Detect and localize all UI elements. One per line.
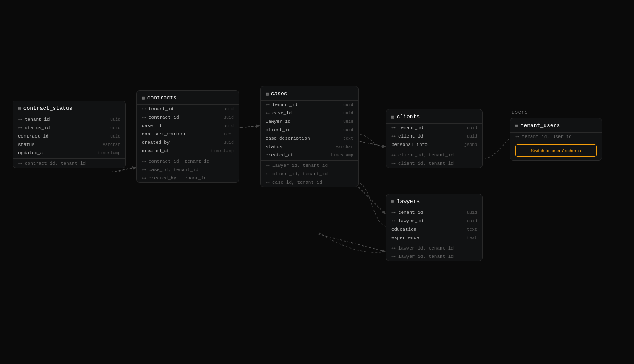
table-row: contract_id uuid: [13, 132, 125, 140]
table-row: personal_info jsonb: [386, 140, 482, 149]
table-row: created_by uuid: [137, 138, 239, 147]
table-row: ⊶ tenant_id uuid: [386, 124, 482, 132]
fk-row: ⊶ client_id, tenant_id: [261, 170, 358, 178]
users-label: users: [510, 109, 528, 115]
divider: [13, 158, 125, 159]
table-icon: ▦: [142, 95, 145, 101]
table-row: ⊶ tenant_id uuid: [261, 101, 358, 109]
fk-row: ⊶ contract_id, tenant_id: [137, 157, 239, 166]
table-row: status varchar: [261, 143, 358, 151]
table-contracts[interactable]: ▦ contracts ⊶ tenant_id uuid ⊶ contract_…: [136, 90, 239, 183]
canvas: ▦ contract_status ⊶ tenant_id uuid ⊶ sta…: [0, 0, 634, 364]
table-row: ⊶ tenant_id uuid: [13, 115, 125, 124]
svg-line-3: [356, 185, 385, 214]
table-row: ⊶ status_id uuid: [13, 124, 125, 132]
divider: [261, 160, 358, 161]
divider: [386, 243, 482, 243]
table-name: contracts: [147, 95, 177, 101]
table-row: case_id uuid: [137, 122, 239, 130]
table-clients[interactable]: ▦ clients ⊶ tenant_id uuid ⊶ client_id u…: [386, 109, 483, 168]
table-row: updated_at timestamp: [13, 149, 125, 157]
fk-row: ⊶ client_id, tenant_id: [386, 151, 482, 159]
switch-schema-button[interactable]: Switch to 'users' schema: [515, 144, 597, 157]
svg-line-4: [318, 234, 385, 252]
table-header-contract-status: ▦ contract_status: [13, 101, 125, 115]
fk-row: ⊶ client_id, tenant_id: [386, 159, 482, 168]
table-lawyers[interactable]: ▦ lawyers ⊶ tenant_id uuid ⊶ lawyer_id u…: [386, 194, 483, 261]
table-row: ⊶ case_id uuid: [261, 109, 358, 117]
table-name: clients: [397, 114, 420, 120]
table-row: education text: [386, 225, 482, 234]
table-row: client_id uuid: [261, 126, 358, 134]
table-row: created_at timestamp: [261, 151, 358, 159]
fk-row: ⊶ lawyer_id, tenant_id: [386, 244, 482, 252]
svg-line-2: [356, 140, 385, 147]
table-name: tenant_users: [521, 122, 560, 129]
fk-row: ⊶ lawyer_id, tenant_id: [261, 161, 358, 170]
fk-row: ⊶ case_id, tenant_id: [137, 166, 239, 174]
table-name: cases: [271, 91, 287, 97]
fk-row: ⊶ contract_id, tenant_id: [13, 159, 125, 168]
table-row: ⊶ lawyer_id uuid: [386, 217, 482, 225]
fk-row: ⊶ case_id, tenant_id: [261, 178, 358, 187]
table-tenant-users[interactable]: ▦ tenant_users ⊶ tenant_id, user_id Swit…: [510, 118, 602, 161]
table-header-contracts: ▦ contracts: [137, 91, 239, 105]
table-name: lawyers: [397, 198, 420, 205]
table-icon: ▦: [18, 106, 21, 111]
table-row: ⊶ contract_id uuid: [137, 113, 239, 122]
table-header-clients: ▦ clients: [386, 109, 482, 124]
table-header-cases: ▦ cases: [261, 86, 358, 101]
table-cases[interactable]: ▦ cases ⊶ tenant_id uuid ⊶ case_id uuid …: [260, 86, 359, 187]
table-header-tenant-users: ▦ tenant_users: [510, 118, 602, 133]
svg-line-1: [236, 126, 259, 128]
fk-row: ⊶ tenant_id, user_id: [510, 133, 602, 141]
table-row: ⊶ tenant_id uuid: [386, 208, 482, 217]
table-contract-status[interactable]: ▦ contract_status ⊶ tenant_id uuid ⊶ sta…: [13, 101, 126, 168]
fk-row: ⊶ created_by, tenant_id: [137, 174, 239, 182]
table-icon: ▦: [391, 114, 394, 120]
table-row: case_description text: [261, 134, 358, 143]
divider: [137, 156, 239, 156]
table-header-lawyers: ▦ lawyers: [386, 194, 482, 208]
table-row: lawyer_id uuid: [261, 117, 358, 126]
table-row: experience text: [386, 234, 482, 242]
table-icon: ▦: [515, 123, 518, 128]
key-icon: ⊶: [18, 125, 22, 130]
fk-row: ⊶ lawyer_id, tenant_id: [386, 252, 482, 261]
table-icon: ▦: [391, 199, 394, 204]
key-icon: ⊶: [18, 117, 22, 122]
table-icon: ▦: [266, 91, 269, 96]
users-container: users ▦ tenant_users ⊶ tenant_id, user_i…: [510, 109, 602, 161]
table-row: status varchar: [13, 140, 125, 149]
table-row: created_at timestamp: [137, 147, 239, 155]
table-row: contract_content text: [137, 130, 239, 138]
svg-line-0: [111, 168, 136, 172]
table-row: ⊶ tenant_id uuid: [137, 105, 239, 113]
table-name: contract_status: [23, 105, 73, 112]
table-row: ⊶ client_id uuid: [386, 132, 482, 140]
divider: [386, 150, 482, 150]
